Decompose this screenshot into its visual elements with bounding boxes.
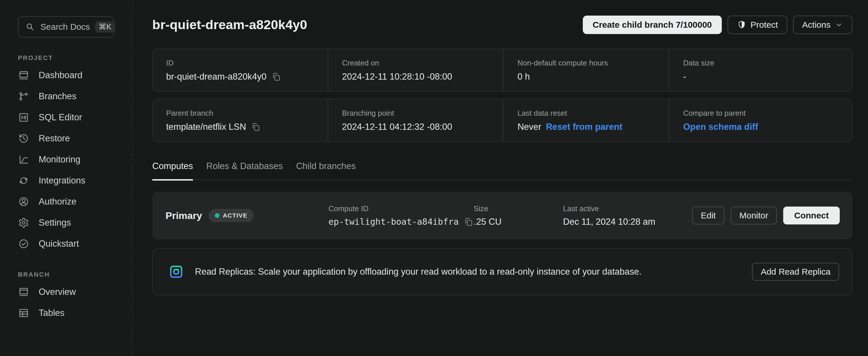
last-active-value: Dec 11, 2024 10:28 am — [563, 217, 692, 227]
app-window: Search Docs ⌘K PROJECT Dashboard Branche… — [0, 0, 868, 356]
branch-id-value: br-quiet-dream-a820k4y0 — [166, 71, 267, 82]
compute-size-cell: Size .25 CU — [474, 204, 563, 227]
sidebar-item-tables[interactable]: Tables — [18, 302, 122, 323]
sidebar-section-branch: BRANCH — [18, 271, 122, 278]
status-dot-icon — [215, 213, 219, 218]
connect-button[interactable]: Connect — [783, 207, 840, 225]
sidebar-section-project: PROJECT — [18, 54, 122, 62]
sidebar-item-restore[interactable]: Restore — [18, 128, 122, 149]
search-icon — [25, 22, 35, 32]
sync-arrows-icon — [18, 175, 29, 186]
info-cell-id: ID br-quiet-dream-a820k4y0 — [153, 49, 328, 91]
sidebar-item-dashboard[interactable]: Dashboard — [18, 65, 122, 86]
sidebar-item-monitoring[interactable]: Monitoring — [18, 149, 122, 170]
compute-id-value: ep-twilight-boat-a84ibfra — [329, 217, 459, 227]
browser-window-icon — [18, 286, 29, 298]
sidebar-item-quickstart[interactable]: Quickstart — [18, 233, 122, 254]
copy-icon[interactable] — [271, 71, 281, 82]
shield-icon — [737, 20, 747, 30]
add-read-replica-button[interactable]: Add Read Replica — [752, 263, 839, 281]
main-content: br-quiet-dream-a820k4y0 Create child bra… — [133, 0, 868, 356]
copy-icon[interactable] — [463, 217, 474, 227]
sidebar-item-branches[interactable]: Branches — [18, 86, 122, 107]
created-on-value: 2024-12-11 10:28:10 -08:00 — [342, 71, 494, 82]
history-clock-icon — [18, 133, 29, 144]
compute-name: Primary — [165, 210, 202, 221]
create-child-branch-button[interactable]: Create child branch 7/100000 — [583, 16, 722, 34]
compute-buttons: Edit Monitor Connect — [692, 207, 840, 225]
info-cell-data-size: Data size - — [669, 49, 852, 91]
sidebar-item-integrations[interactable]: Integrations — [18, 170, 122, 191]
sidebar-item-overview[interactable]: Overview — [18, 281, 122, 302]
compute-size-value: .25 CU — [474, 217, 563, 227]
sidebar-item-authorize[interactable]: Authorize — [18, 191, 122, 212]
actions-button[interactable]: Actions — [793, 16, 852, 34]
read-replicas-banner: Read Replicas: Scale your application by… — [152, 248, 852, 295]
open-schema-diff-link[interactable]: Open schema diff — [683, 122, 758, 132]
info-cell-last-data-reset: Last data reset Never Reset from parent — [503, 99, 669, 141]
tab-computes[interactable]: Computes — [152, 160, 193, 181]
sidebar: Search Docs ⌘K PROJECT Dashboard Branche… — [0, 0, 133, 356]
copy-icon[interactable] — [251, 122, 261, 132]
tab-roles-databases[interactable]: Roles & Databases — [206, 160, 283, 181]
last-data-reset-value: Never — [517, 122, 541, 132]
user-circle-icon — [18, 196, 29, 207]
compute-last-active-cell: Last active Dec 11, 2024 10:28 am — [563, 204, 692, 227]
check-circle-icon — [18, 238, 29, 249]
info-cell-compute-hours: Non-default compute hours 0 h — [503, 49, 669, 91]
chart-curve-icon — [18, 154, 29, 165]
compute-name-wrap: Primary ACTIVE — [165, 209, 329, 222]
info-cell-branching-point: Branching point 2024-12-11 04:12:32 -08:… — [328, 99, 503, 141]
header-actions: Create child branch 7/100000 Protect Act… — [583, 16, 852, 34]
branching-point-value: 2024-12-11 04:12:32 -08:00 — [342, 122, 494, 132]
table-grid-icon — [18, 307, 29, 319]
info-cell-parent-branch: Parent branch template/netflix LSN — [153, 99, 328, 141]
parent-branch-card: Parent branch template/netflix LSN Branc… — [152, 99, 852, 142]
page-header: br-quiet-dream-a820k4y0 Create child bra… — [152, 16, 852, 34]
read-replicas-message: Read Replicas: Scale your application by… — [195, 267, 642, 277]
compute-id-cell: Compute ID ep-twilight-boat-a84ibfra — [329, 204, 474, 227]
primary-compute-row: Primary ACTIVE Compute ID ep-twilight-bo… — [152, 191, 852, 239]
monitor-button[interactable]: Monitor — [731, 207, 777, 225]
branch-id-card: ID br-quiet-dream-a820k4y0 Created on 20… — [152, 49, 852, 92]
compute-hours-value: 0 h — [517, 71, 660, 82]
terminal-icon — [18, 112, 29, 123]
gear-icon — [18, 217, 29, 229]
sidebar-item-settings[interactable]: Settings — [18, 212, 122, 233]
chevron-down-icon — [835, 21, 843, 29]
edit-button[interactable]: Edit — [692, 207, 724, 225]
info-cell-created-on: Created on 2024-12-11 10:28:10 -08:00 — [328, 49, 503, 91]
parent-branch-value: template/netflix LSN — [166, 122, 246, 132]
status-badge: ACTIVE — [209, 209, 254, 222]
cpu-chip-icon — [166, 262, 186, 282]
tab-child-branches[interactable]: Child branches — [296, 160, 356, 181]
data-size-value: - — [683, 71, 843, 82]
branch-tabs: Computes Roles & Databases Child branche… — [152, 160, 852, 180]
git-branch-icon — [18, 91, 29, 102]
sidebar-item-sql-editor[interactable]: SQL Editor — [18, 107, 122, 128]
dashboard-icon — [18, 69, 29, 81]
reset-from-parent-link[interactable]: Reset from parent — [546, 122, 622, 132]
protect-button[interactable]: Protect — [727, 16, 787, 34]
page-title: br-quiet-dream-a820k4y0 — [152, 17, 307, 32]
search-docs-input[interactable]: Search Docs ⌘K — [18, 16, 114, 37]
info-cell-compare-to-parent: Compare to parent Open schema diff — [669, 99, 852, 141]
search-placeholder: Search Docs — [40, 22, 90, 32]
search-shortcut-badge: ⌘K — [95, 21, 115, 33]
